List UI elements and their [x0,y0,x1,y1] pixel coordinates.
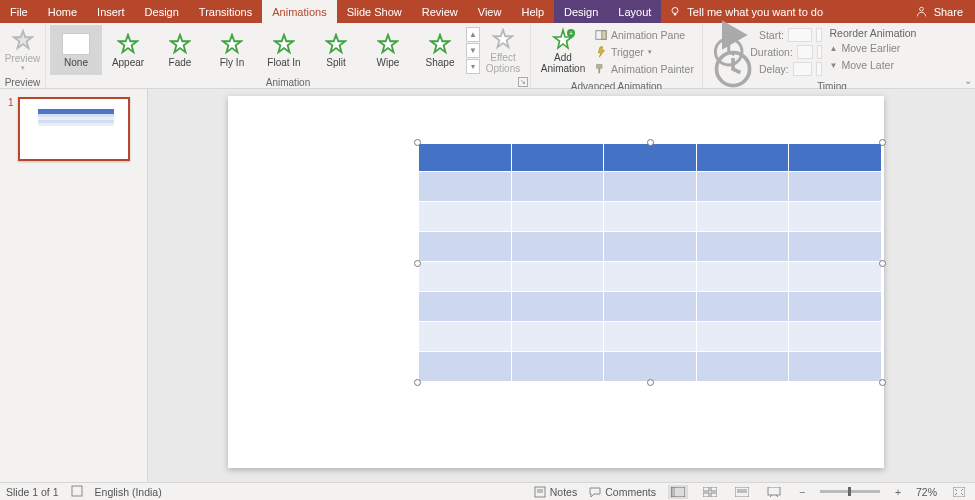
effect-options-button[interactable]: Effect Options [480,25,526,75]
anim-none[interactable]: None [50,25,102,75]
tell-me-search[interactable]: Tell me what you want to do [661,0,902,23]
start-combo-button[interactable] [816,28,822,42]
move-earlier-button[interactable]: ▲ Move Earlier [830,40,917,56]
tab-table-layout[interactable]: Layout [608,0,661,23]
svg-marker-3 [13,31,31,48]
reorder-header: Reorder Animation [830,27,917,39]
tab-home[interactable]: Home [38,0,87,23]
resize-handle-n[interactable] [647,139,654,146]
start-label: Start: [759,29,784,41]
zoom-in[interactable]: + [892,486,904,498]
trigger-button[interactable]: Trigger ▾ [595,44,694,60]
animation-painter-button[interactable]: Animation Painter [595,61,694,77]
duration-field[interactable] [797,45,813,59]
view-sorter[interactable] [700,485,720,499]
svg-rect-28 [703,487,709,491]
svg-rect-31 [711,493,717,497]
slide-canvas-area[interactable] [148,89,975,482]
add-animation-button[interactable]: + Add Animation [535,25,591,75]
star-icon [492,28,514,50]
duration-spinner[interactable] [817,45,822,59]
workspace: 1 [0,89,975,482]
resize-handle-sw[interactable] [414,379,421,386]
share-icon [915,5,928,18]
tab-view[interactable]: View [468,0,512,23]
anim-wipe[interactable]: Wipe [362,25,414,75]
anim-floatin[interactable]: Float In [258,25,310,75]
lightbulb-icon [669,6,681,18]
star-icon [221,33,243,55]
status-bar: Slide 1 of 1 English (India) Notes Comme… [0,482,975,500]
svg-rect-22 [72,486,82,496]
svg-rect-35 [768,487,780,495]
star-icon [117,33,139,55]
gallery-more[interactable]: ▾ [466,59,480,74]
thumbnail-1-number: 1 [8,97,14,161]
notes-button[interactable]: Notes [534,486,577,498]
none-icon [62,33,90,55]
animation-dialog-launcher[interactable]: ↘ [518,77,528,87]
comments-button[interactable]: Comments [589,486,656,498]
notes-icon [534,486,546,498]
comments-icon [589,486,601,498]
delay-spinner[interactable] [816,62,821,76]
resize-handle-e[interactable] [879,260,886,267]
resize-handle-w[interactable] [414,260,421,267]
star-icon [429,33,451,55]
animation-pane-button[interactable]: Animation Pane [595,27,694,43]
zoom-out[interactable]: − [796,486,808,498]
tab-review[interactable]: Review [412,0,468,23]
view-reading[interactable] [732,485,752,499]
thumbnail-1[interactable] [18,97,130,161]
preview-label: Preview [5,53,41,64]
move-later-button[interactable]: ▼ Move Later [830,57,917,73]
collapse-ribbon-button[interactable]: ⌄ [961,75,975,88]
preview-icon [9,28,37,52]
tab-insert[interactable]: Insert [87,0,135,23]
anim-wipe-label: Wipe [377,57,400,68]
view-slideshow[interactable] [764,485,784,499]
slide-1[interactable] [228,96,884,468]
delay-field[interactable] [793,62,813,76]
tab-slideshow[interactable]: Slide Show [337,0,412,23]
group-animation-label: Animation↘ [46,77,530,88]
resize-handle-ne[interactable] [879,139,886,146]
accessibility-icon[interactable] [71,485,83,499]
resize-handle-nw[interactable] [414,139,421,146]
zoom-slider[interactable] [820,490,880,493]
chevron-down-icon: ▾ [21,64,25,72]
view-normal[interactable] [668,485,688,499]
anim-fade[interactable]: Fade [154,25,206,75]
share-button[interactable]: Share [903,0,975,23]
share-label: Share [934,6,963,18]
resize-handle-s[interactable] [647,379,654,386]
anim-appear[interactable]: Appear [102,25,154,75]
resize-handle-se[interactable] [879,379,886,386]
gallery-scroll: ▲ ▼ ▾ [466,27,480,75]
anim-flyin[interactable]: Fly In [206,25,258,75]
tab-design[interactable]: Design [135,0,189,23]
effect-options-label: Effect Options [486,52,520,74]
selected-table[interactable] [418,143,882,382]
tab-animations[interactable]: Animations [262,0,336,23]
zoom-level[interactable]: 72% [916,486,937,498]
tab-file[interactable]: File [0,0,38,23]
tab-table-design[interactable]: Design [554,0,608,23]
anim-split[interactable]: Split [310,25,362,75]
svg-rect-1 [674,13,676,15]
language-indicator[interactable]: English (India) [95,486,162,498]
preview-button[interactable]: Preview ▾ [4,25,41,75]
tab-help[interactable]: Help [511,0,554,23]
start-combo[interactable] [788,28,812,42]
zoom-slider-thumb[interactable] [848,487,851,496]
tab-transitions[interactable]: Transitions [189,0,262,23]
ribbon-tabs: File Home Insert Design Transitions Anim… [0,0,975,23]
chevron-down-icon: ▾ [648,48,652,56]
fit-to-window[interactable] [949,485,969,499]
pane-icon [595,29,607,41]
svg-marker-6 [223,35,241,52]
anim-shape[interactable]: Shape [414,25,466,75]
gallery-up[interactable]: ▲ [466,27,480,42]
svg-point-2 [919,7,923,11]
gallery-down[interactable]: ▼ [466,43,480,58]
